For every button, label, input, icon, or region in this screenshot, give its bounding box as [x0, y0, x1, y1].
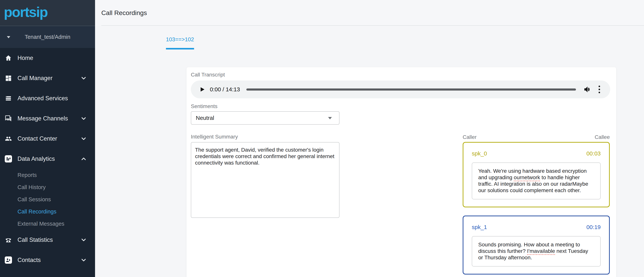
sidebar-item-label: Contact Center — [18, 135, 57, 142]
more-vert-icon — [598, 86, 600, 87]
tenant-selector[interactable]: Tenant_test/Admin — [0, 26, 95, 48]
dropdown-caret-icon — [328, 117, 332, 119]
timestamp: 00:19 — [586, 224, 601, 230]
sidebar-item-external-messages[interactable]: External Messages — [0, 218, 95, 230]
call-transcript-label: Call Transcript — [191, 72, 225, 78]
sidebar-item-label: Contacts — [18, 257, 41, 263]
chevron-down-icon — [80, 115, 87, 122]
chevron-down-icon — [80, 236, 87, 243]
seek-bar[interactable] — [246, 89, 576, 91]
message-channels-icon — [4, 115, 12, 122]
transcript-column-header: Caller Callee — [463, 134, 610, 141]
sidebar-item-call-sessions[interactable]: Call Sessions — [0, 193, 95, 205]
main-content: Call Recordings 103==>102 Call Transcrip… — [95, 0, 644, 277]
page-title: Call Recordings — [101, 9, 147, 17]
logo-area: portsip — [0, 0, 95, 26]
volume-button[interactable] — [584, 86, 591, 93]
intelligent-summary-textarea[interactable]: The support agent, David, verified the c… — [191, 142, 340, 218]
sidebar-item-label: Call Sessions — [18, 196, 51, 203]
tab-bar: 103==>102 — [95, 36, 644, 50]
sidebar-item-home[interactable]: Home — [0, 48, 95, 68]
sidebar-item-call-statistics[interactable]: Call Statistics — [0, 230, 95, 250]
audio-player[interactable]: 0:00 / 14:13 — [191, 81, 610, 98]
transcript-text-box[interactable]: Yeah. We're using hardware based encrypt… — [472, 162, 601, 199]
sidebar-item-contact-center[interactable]: Contact Center — [0, 129, 95, 149]
player-more-button[interactable] — [598, 86, 601, 93]
data-analytics-icon — [4, 155, 12, 163]
transcript-bubble-spk0: spk_0 00:03 Yeah. We're using hardware b… — [463, 142, 610, 207]
bubble-header: spk_0 00:03 — [472, 150, 601, 157]
speaker-label: spk_1 — [472, 224, 487, 230]
chevron-down-icon — [80, 257, 87, 263]
call-manager-icon — [4, 74, 12, 82]
call-statistics-icon — [4, 236, 12, 244]
transcript-text-box[interactable]: Sounds promising. How about a meeting to… — [472, 236, 601, 266]
sentiments-select[interactable]: Neutral — [191, 111, 340, 125]
tab-recording-103-102[interactable]: 103==>102 — [166, 36, 194, 50]
caret-down-icon[interactable] — [7, 36, 10, 38]
tenant-label: Tenant_test/Admin — [25, 34, 70, 40]
home-icon — [4, 54, 12, 62]
misspelled-word: I'mavailable — [527, 248, 555, 255]
intelligent-summary-label: Intelligent Summary — [191, 134, 238, 140]
speaker-label: spk_0 — [472, 150, 487, 157]
sidebar-item-label: Advanced Services — [18, 95, 68, 102]
transcript-bubble-spk1: spk_1 00:19 Sounds promising. How about … — [463, 215, 610, 274]
sidebar-item-label: Home — [18, 55, 33, 62]
sidebar-item-advanced-services[interactable]: Advanced Services — [0, 88, 95, 108]
sidebar-item-label: Reports — [18, 172, 37, 178]
caller-label: Caller — [463, 134, 476, 141]
volume-icon — [584, 86, 591, 93]
sidebar-item-data-analytics[interactable]: Data Analytics — [0, 149, 95, 169]
bubble-header: spk_1 00:19 — [472, 224, 601, 230]
sidebar: portsip Tenant_test/Admin HomeCall Manag… — [0, 0, 95, 277]
callee-label: Callee — [595, 134, 610, 141]
recording-detail-card: Call Transcript 0:00 / 14:13 Sentiments … — [186, 67, 616, 277]
sidebar-item-label: Call Recordings — [18, 208, 56, 215]
sidebar-item-label: Message Channels — [18, 115, 68, 122]
chevron-down-icon — [80, 75, 87, 82]
sidebar-item-contacts[interactable]: Contacts — [0, 250, 95, 270]
sidebar-item-label: Data Analytics — [18, 155, 55, 162]
sidebar-item-call-history[interactable]: Call History — [0, 181, 95, 193]
contacts-icon — [4, 256, 12, 264]
misspelled-word: ournetwork — [514, 174, 540, 181]
transcript-column: Caller Callee spk_0 00:03 Yeah. We're us… — [463, 134, 610, 277]
sidebar-item-label: Call Statistics — [18, 236, 53, 243]
sidebar-item-label: External Messages — [18, 221, 64, 227]
sidebar-item-label: Call Manager — [18, 75, 52, 82]
chevron-up-icon — [80, 155, 87, 162]
play-icon — [199, 86, 205, 93]
chevron-down-icon — [80, 135, 87, 142]
contact-center-icon — [4, 135, 12, 142]
sidebar-menu: HomeCall ManagerAdvanced ServicesMessage… — [0, 48, 95, 270]
sidebar-item-message-channels[interactable]: Message Channels — [0, 108, 95, 129]
sentiments-value: Neutral — [196, 115, 214, 121]
play-button[interactable] — [199, 86, 205, 93]
page-header: Call Recordings — [95, 0, 644, 26]
sentiments-label: Sentiments — [191, 103, 218, 109]
sidebar-item-reports[interactable]: Reports — [0, 169, 95, 181]
advanced-services-icon — [4, 95, 12, 102]
sidebar-item-call-recordings[interactable]: Call Recordings — [0, 205, 95, 218]
sidebar-item-call-manager[interactable]: Call Manager — [0, 68, 95, 88]
portsip-logo: portsip — [4, 5, 48, 21]
timestamp: 00:03 — [586, 150, 601, 157]
sidebar-item-label: Call History — [18, 184, 46, 190]
player-time: 0:00 / 14:13 — [210, 86, 240, 93]
